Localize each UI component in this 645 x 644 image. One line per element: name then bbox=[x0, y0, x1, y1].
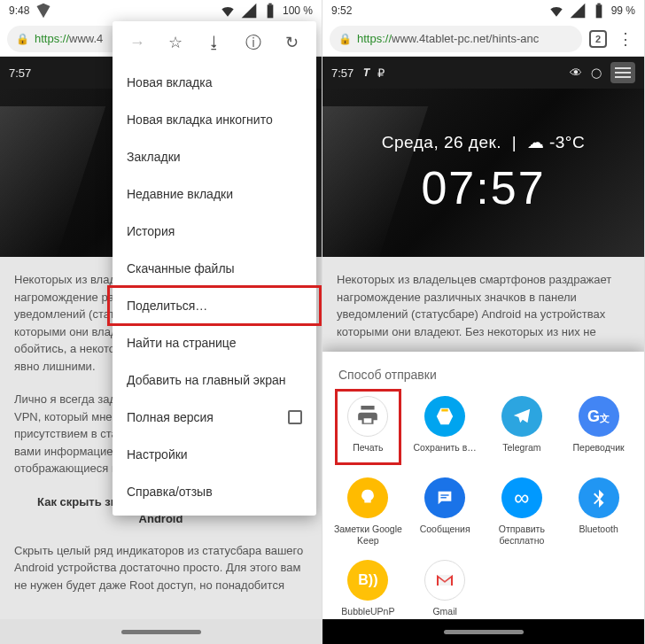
url-https: https:// bbox=[357, 32, 392, 45]
wifi-icon bbox=[219, 2, 237, 19]
share-title: Способ отправки bbox=[331, 364, 635, 392]
gmail-icon bbox=[424, 560, 465, 601]
forward-icon[interactable]: → bbox=[125, 34, 150, 52]
chat-icon bbox=[424, 477, 465, 518]
url-rest: www.4 bbox=[69, 32, 103, 45]
menu-item-downloads[interactable]: Скачанные файлы bbox=[113, 250, 316, 287]
bulb-icon bbox=[347, 477, 388, 518]
nav-bar bbox=[322, 619, 644, 644]
menu-item-incognito[interactable]: Новая вкладка инкогнито bbox=[113, 101, 316, 138]
menu-item-desktop[interactable]: Полная версия bbox=[113, 399, 316, 436]
share-item-sendfree[interactable]: ∞ Отправить бесплатно bbox=[486, 474, 559, 549]
battery-icon bbox=[261, 2, 279, 19]
status-bar: 9:48 100 % bbox=[0, 0, 322, 21]
eye-icon: 👁 bbox=[570, 66, 582, 80]
tab-switcher[interactable]: 2 bbox=[589, 30, 607, 48]
url-rest: www.4tablet-pc.net/hints-anc bbox=[392, 32, 539, 45]
svg-rect-5 bbox=[441, 494, 449, 495]
menu-icon-row: → ☆ ⭳ ⓘ ↻ bbox=[113, 21, 316, 64]
print-icon bbox=[347, 396, 388, 437]
url-bar: 🔒 https://www.4tablet-pc.net/hints-anc 2… bbox=[322, 21, 644, 57]
battery-icon bbox=[590, 2, 608, 19]
signal-icon bbox=[569, 2, 587, 19]
menu-icon[interactable]: ⋮ bbox=[614, 29, 637, 49]
menu-item-bookmarks[interactable]: Закладки bbox=[113, 138, 316, 175]
hero: Среда, 26 дек. | ☁ -3°C 07:57 bbox=[322, 89, 644, 257]
share-sheet: Способ отправки Печать Сохранить в… Tele bbox=[322, 352, 644, 644]
battery-text: 100 % bbox=[283, 4, 313, 17]
translate-icon: G文 bbox=[579, 396, 619, 437]
location-icon bbox=[35, 2, 52, 19]
share-item-save[interactable]: Сохранить в… bbox=[408, 392, 482, 467]
widget-bar: 7:57 𝙏₽ 👁 ◯ bbox=[322, 57, 644, 89]
nav-bar bbox=[0, 619, 322, 644]
paragraph: Скрыть целый ряд индикаторов из статусба… bbox=[14, 542, 307, 594]
star-icon[interactable]: ☆ bbox=[163, 33, 188, 52]
status-time: 9:52 bbox=[331, 4, 352, 17]
menu-item-new-tab[interactable]: Новая вкладка bbox=[113, 64, 316, 101]
menu-item-history[interactable]: История bbox=[113, 213, 316, 250]
info-icon[interactable]: ⓘ bbox=[241, 32, 266, 53]
widget-time: 7:57 bbox=[331, 66, 354, 80]
menu-item-add-home[interactable]: Добавить на главный экран bbox=[113, 361, 316, 399]
drive-icon bbox=[424, 396, 465, 437]
svg-rect-1 bbox=[268, 4, 271, 5]
share-item-print[interactable]: Печать bbox=[331, 392, 405, 467]
wifi-icon bbox=[548, 2, 565, 19]
menu-item-share[interactable]: Поделиться… bbox=[113, 287, 316, 324]
svg-rect-2 bbox=[595, 4, 602, 18]
checkbox[interactable] bbox=[288, 410, 302, 424]
svg-rect-6 bbox=[441, 497, 447, 498]
svg-rect-4 bbox=[441, 409, 447, 412]
reload-icon[interactable]: ↻ bbox=[279, 33, 304, 52]
share-item-telegram[interactable]: Telegram bbox=[486, 392, 559, 467]
phone-left: 9:48 100 % 🔒 https://www.4 7:57 𝙏₽ Среда… bbox=[0, 0, 322, 644]
menu-item-recent-tabs[interactable]: Недавние вкладки bbox=[113, 175, 316, 213]
download-icon[interactable]: ⭳ bbox=[202, 34, 227, 52]
infinity-icon: ∞ bbox=[501, 477, 542, 518]
hamburger-icon[interactable] bbox=[610, 62, 635, 83]
chrome-menu: → ☆ ⭳ ⓘ ↻ Новая вкладка Новая вкладка ин… bbox=[113, 21, 316, 516]
share-item-translate[interactable]: G文 Переводчик bbox=[562, 392, 635, 467]
menu-item-settings[interactable]: Настройки bbox=[113, 436, 316, 473]
signal-icon bbox=[240, 2, 258, 19]
menu-item-help[interactable]: Справка/отзыв bbox=[113, 473, 316, 510]
share-item-keep[interactable]: Заметки Google Keep bbox=[331, 474, 405, 549]
bluetooth-icon bbox=[579, 477, 619, 518]
menu-item-find[interactable]: Найти на странице bbox=[113, 324, 316, 361]
url-https: https:// bbox=[35, 32, 69, 45]
url-field[interactable]: 🔒 https://www.4tablet-pc.net/hints-anc bbox=[330, 26, 582, 52]
svg-rect-3 bbox=[597, 4, 600, 5]
share-item-messages[interactable]: Сообщения bbox=[408, 474, 482, 549]
battery-text: 99 % bbox=[611, 4, 635, 17]
telegram-icon bbox=[501, 396, 542, 437]
circle-icon: ◯ bbox=[591, 67, 602, 79]
hero-time: 07:57 bbox=[421, 161, 545, 214]
paragraph: Некоторых из владельцев смартфонов раздр… bbox=[337, 271, 630, 340]
lock-icon: 🔒 bbox=[16, 33, 29, 45]
phone-right: 9:52 99 % 🔒 https://www.4tablet-pc.net/h… bbox=[322, 0, 645, 644]
status-time: 9:48 bbox=[9, 4, 29, 17]
share-grid: Печать Сохранить в… Telegram G文 Перевод bbox=[331, 392, 635, 631]
svg-rect-0 bbox=[268, 4, 274, 18]
status-bar: 9:52 99 % bbox=[322, 0, 644, 21]
share-item-bluetooth[interactable]: Bluetooth bbox=[562, 474, 635, 549]
bubble-icon: B)) bbox=[347, 560, 388, 601]
hero-date: Среда, 26 дек. | ☁ -3°C bbox=[382, 132, 585, 152]
widget-time: 7:57 bbox=[9, 66, 31, 80]
lock-icon: 🔒 bbox=[338, 33, 352, 45]
